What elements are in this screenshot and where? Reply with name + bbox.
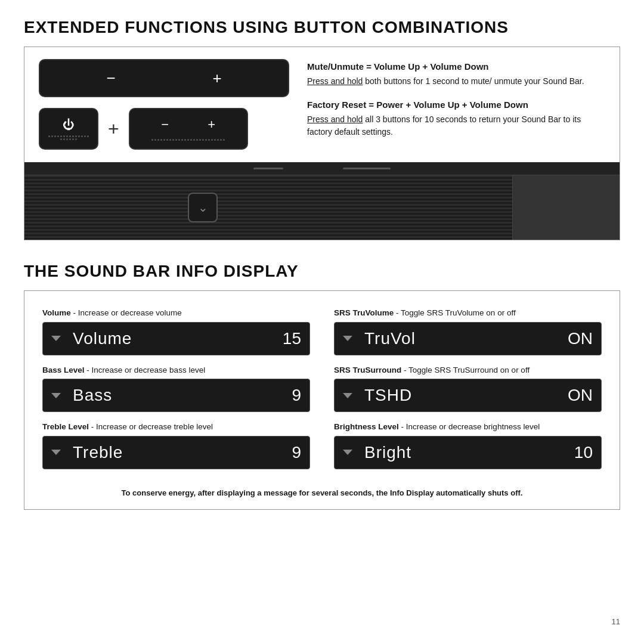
tshd-bar-label: TSHD	[364, 386, 568, 405]
tshd-bar-value: ON	[568, 386, 593, 405]
bass-label: Bass Level - Increase or decrease bass l…	[42, 365, 310, 376]
bass-bar-label: Bass	[73, 386, 292, 405]
mute-instruction-title: Mute/Unmute = Volume Up + Volume Down	[307, 61, 605, 72]
extended-section-title: EXTENDED FUNCTIONS USING BUTTON COMBINAT…	[24, 18, 620, 37]
extended-content: − + ⏻ + − +	[39, 59, 605, 150]
chevron-icon-truvolume	[343, 336, 352, 341]
dot-pattern-small	[48, 135, 89, 140]
soundbar-long-unit: − +	[129, 108, 248, 150]
vizio-chevron-icon-bass	[51, 393, 64, 398]
info-item-truvolume: SRS TruVolume - Toggle SRS TruVolume on …	[334, 308, 602, 355]
treble-bar-value: 9	[292, 443, 301, 462]
volume-display-bar: Volume 15	[42, 322, 310, 355]
info-grid: Volume - Increase or decrease volume Vol…	[42, 308, 602, 479]
brightness-label-bold: Brightness Level	[334, 422, 399, 431]
tshd-label-rest: - Toggle SRS TruSurround on or off	[401, 366, 530, 374]
soundbar-chevron-button: ⌄	[188, 193, 218, 222]
vizio-chevron-icon-treble	[51, 450, 64, 455]
brightness-label-rest: - Increase or decrease brightness level	[399, 422, 540, 431]
truvolume-bar-value: ON	[568, 329, 593, 348]
factory-press-hold: Press and hold	[307, 114, 363, 124]
info-item-volume: Volume - Increase or decrease volume Vol…	[42, 308, 310, 355]
brightness-bar-value: 10	[574, 443, 593, 462]
volume-label-bold: Volume	[42, 308, 71, 317]
truvolume-label-rest: - Toggle SRS TruVolume on or off	[394, 308, 515, 317]
tshd-display-bar: TSHD ON	[334, 379, 602, 412]
info-section-title: THE SOUND BAR INFO DISPLAY	[24, 262, 620, 281]
info-item-brightness: Brightness Level - Increase or decrease …	[334, 422, 602, 469]
soundbar-physical-image: ⌄	[24, 162, 620, 240]
chevron-icon-bass	[51, 393, 61, 398]
volume-bar-value: 15	[283, 329, 301, 348]
soundbar-diagram-bottom-row: ⏻ + − +	[39, 108, 289, 150]
plus-connector: +	[108, 118, 119, 140]
soundbar-body: ⌄	[24, 175, 620, 240]
treble-bar-label: Treble	[73, 443, 292, 462]
extended-functions-box: − + ⏻ + − +	[24, 47, 620, 240]
minus-button-diagram: −	[106, 69, 115, 88]
indicator-line-2	[343, 168, 391, 169]
chevron-down-icon: ⌄	[198, 200, 208, 215]
soundbar-top-strip	[24, 162, 620, 175]
plus-button-diagram: +	[212, 69, 221, 88]
page-number: 11	[612, 617, 620, 626]
truvolume-label-bold: SRS TruVolume	[334, 308, 394, 317]
volume-label-rest: - Increase or decrease volume	[71, 308, 182, 317]
info-item-tshd: SRS TruSurround - Toggle SRS TruSurround…	[334, 365, 602, 413]
vizio-chevron-icon-volume	[51, 336, 64, 341]
truvolume-bar-label: TruVol	[364, 329, 568, 348]
mute-instruction-text: Press and hold both buttons for 1 second…	[307, 75, 605, 88]
mute-press-hold: Press and hold	[307, 76, 363, 86]
brightness-bar-label: Bright	[364, 443, 574, 462]
plus-btn-small: +	[208, 117, 215, 132]
treble-label-rest: - Increase or decrease treble level	[89, 422, 213, 431]
soundbar-diagram-top: − +	[39, 59, 289, 97]
bass-bar-value: 9	[292, 386, 301, 405]
info-display-box: Volume - Increase or decrease volume Vol…	[24, 290, 620, 510]
device-diagrams: − + ⏻ + − +	[39, 59, 289, 150]
factory-reset-instruction: Factory Reset = Power + Volume Up + Volu…	[307, 100, 605, 138]
brightness-label: Brightness Level - Increase or decrease …	[334, 422, 602, 432]
info-item-treble: Treble Level - Increase or decrease treb…	[42, 422, 310, 469]
vizio-chevron-icon-truvolume	[343, 336, 356, 341]
info-column-right: SRS TruVolume - Toggle SRS TruVolume on …	[334, 308, 602, 479]
truvolume-display-bar: TruVol ON	[334, 322, 602, 355]
minus-btn-small: −	[161, 117, 169, 132]
bass-label-rest: - Increase or decrease bass level	[85, 366, 206, 374]
chevron-icon-treble	[51, 450, 61, 455]
volume-label: Volume - Increase or decrease volume	[42, 308, 310, 318]
chevron-icon-brightness	[343, 450, 352, 455]
tshd-label-bold: SRS TruSurround	[334, 366, 401, 374]
info-footer: To conserve energy, after displaying a m…	[42, 488, 602, 497]
chevron-icon	[51, 336, 61, 341]
treble-label: Treble Level - Increase or decrease treb…	[42, 422, 310, 432]
power-icon: ⏻	[63, 118, 75, 132]
treble-display-bar: Treble 9	[42, 436, 310, 469]
bass-label-bold: Bass Level	[42, 366, 85, 374]
factory-reset-text: Press and hold all 3 buttons for 10 seco…	[307, 113, 605, 138]
instructions-panel: Mute/Unmute = Volume Up + Volume Down Pr…	[307, 59, 605, 150]
factory-reset-title: Factory Reset = Power + Volume Up + Volu…	[307, 100, 605, 110]
chevron-icon-tshd	[343, 393, 352, 398]
vizio-chevron-icon-brightness	[343, 450, 356, 455]
mute-instruction: Mute/Unmute = Volume Up + Volume Down Pr…	[307, 61, 605, 88]
volume-bar-label: Volume	[73, 329, 283, 348]
treble-label-bold: Treble Level	[42, 422, 89, 431]
truvolume-label: SRS TruVolume - Toggle SRS TruVolume on …	[334, 308, 602, 318]
info-item-bass: Bass Level - Increase or decrease bass l…	[42, 365, 310, 413]
vizio-chevron-icon-tshd	[343, 393, 356, 398]
brightness-display-bar: Bright 10	[334, 436, 602, 469]
soundbar-right-panel	[512, 175, 620, 240]
soundbar-small-unit: ⏻	[39, 108, 98, 150]
bass-display-bar: Bass 9	[42, 379, 310, 412]
info-column-left: Volume - Increase or decrease volume Vol…	[42, 308, 310, 479]
info-section: THE SOUND BAR INFO DISPLAY Volume - Incr…	[24, 262, 620, 510]
tshd-label: SRS TruSurround - Toggle SRS TruSurround…	[334, 365, 602, 376]
indicator-line-1	[253, 168, 283, 169]
